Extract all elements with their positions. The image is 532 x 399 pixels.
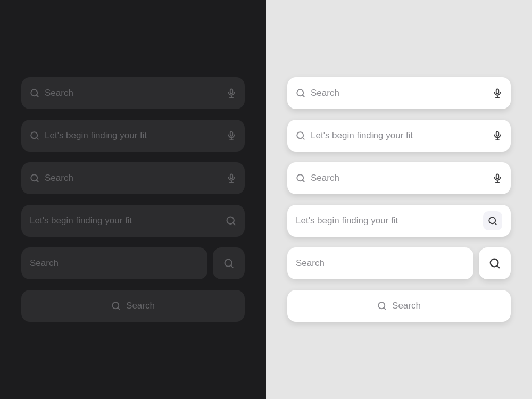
search-placeholder-light-3: Search [311, 173, 481, 184]
mic-icon-light-2[interactable] [493, 131, 502, 140]
mic-icon-dark-1[interactable] [227, 88, 236, 98]
divider-dark-2 [221, 130, 221, 142]
search-bar-dark-4[interactable]: Let's begin finding your fit [21, 205, 245, 237]
svg-line-41 [384, 307, 386, 309]
search-bar-light-3[interactable]: Search [287, 162, 511, 194]
divider-light-2 [487, 130, 487, 142]
search-icon [296, 173, 305, 183]
search-button-dark-5[interactable] [213, 247, 245, 279]
search-placeholder-dark-4: Let's begin finding your fit [30, 215, 220, 226]
search-icon [30, 131, 39, 140]
search-icon [377, 301, 387, 311]
search-icon[interactable] [226, 215, 236, 226]
svg-rect-23 [496, 89, 499, 94]
svg-line-32 [302, 180, 304, 181]
mic-icon-light-3[interactable] [493, 173, 502, 183]
svg-rect-33 [496, 174, 499, 179]
search-placeholder-dark-5: Search [30, 258, 59, 269]
search-icon [296, 88, 305, 98]
divider-light-1 [487, 87, 487, 99]
search-bar-light-4[interactable]: Let's begin finding your fit [287, 205, 511, 237]
svg-line-11 [36, 180, 38, 181]
search-bar-light-5: Search [287, 247, 511, 279]
mic-icon-light-1[interactable] [493, 88, 502, 98]
search-bar-dark-5: Search [21, 247, 245, 279]
mic-icon-dark-3[interactable] [227, 173, 236, 183]
svg-line-6 [36, 137, 38, 139]
search-bar-light-6[interactable]: Search [287, 290, 511, 322]
svg-rect-7 [230, 132, 233, 136]
search-input-dark-5[interactable]: Search [21, 247, 207, 279]
search-button-light-5[interactable] [479, 247, 511, 279]
search-icon [30, 88, 39, 98]
svg-line-18 [231, 265, 233, 268]
search-icon [111, 301, 121, 311]
search-placeholder-dark-3: Search [45, 173, 215, 184]
search-bar-light-2[interactable]: Let's begin finding your fit [287, 120, 511, 152]
search-icon [296, 131, 305, 140]
svg-line-39 [497, 265, 499, 268]
search-icon [30, 173, 39, 183]
search-bar-dark-3[interactable]: Search [21, 162, 245, 194]
dark-panel: Search Let's begin finding your fit [0, 0, 266, 399]
light-panel: Search Let's begin finding your fit [266, 0, 532, 399]
divider-dark-3 [221, 172, 221, 184]
search-button-light-4[interactable] [483, 211, 502, 230]
search-placeholder-light-1: Search [311, 88, 481, 98]
search-bar-light-1[interactable]: Search [287, 77, 511, 109]
svg-rect-12 [230, 174, 233, 179]
search-input-light-5[interactable]: Search [287, 247, 473, 279]
search-placeholder-light-2: Let's begin finding your fit [311, 130, 481, 141]
divider-light-3 [487, 172, 487, 184]
search-bar-dark-2[interactable]: Let's begin finding your fit [21, 120, 245, 152]
svg-rect-28 [496, 132, 499, 136]
search-bar-dark-6[interactable]: Search [21, 290, 245, 322]
svg-line-20 [118, 307, 120, 309]
search-placeholder-light-6: Search [392, 301, 421, 311]
svg-line-1 [36, 95, 38, 96]
search-placeholder-light-4: Let's begin finding your fit [296, 215, 478, 226]
svg-line-27 [302, 137, 304, 139]
search-placeholder-dark-2: Let's begin finding your fit [45, 130, 215, 141]
svg-rect-2 [230, 89, 233, 94]
search-placeholder-dark-6: Search [126, 301, 155, 311]
search-placeholder-light-5: Search [296, 258, 325, 269]
search-bar-dark-1[interactable]: Search [21, 77, 245, 109]
svg-line-22 [302, 95, 304, 96]
svg-line-16 [233, 223, 235, 225]
mic-icon-dark-2[interactable] [227, 131, 236, 140]
search-placeholder-dark-1: Search [45, 88, 215, 98]
svg-line-37 [494, 222, 496, 224]
divider-dark-1 [221, 87, 221, 99]
